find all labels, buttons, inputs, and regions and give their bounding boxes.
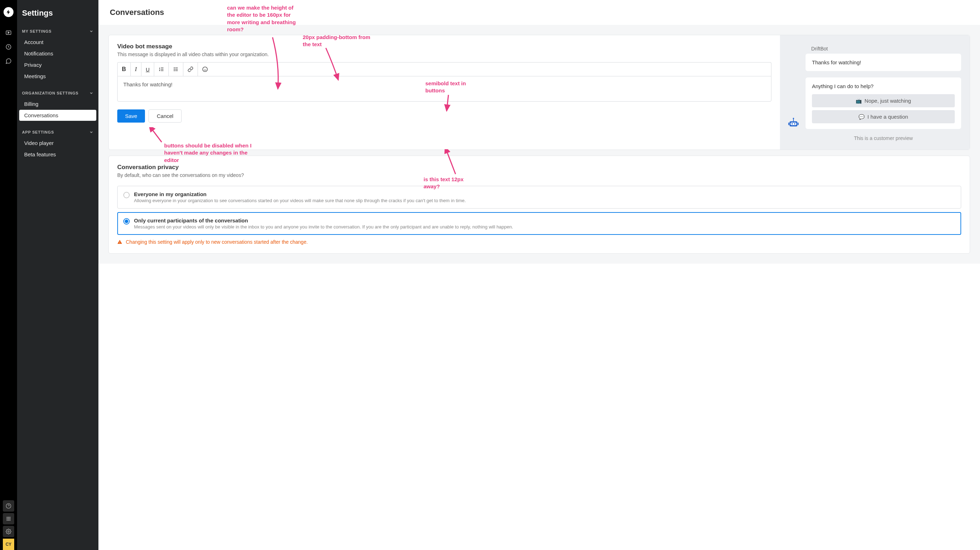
svg-rect-32 (789, 122, 789, 125)
radio-icon (123, 192, 130, 198)
svg-point-31 (793, 118, 794, 119)
save-button[interactable]: Save (117, 110, 145, 122)
ordered-list-button[interactable] (154, 62, 169, 76)
grid-icon[interactable] (3, 513, 14, 525)
tv-emoji-icon: 📺 (856, 98, 862, 104)
preview-message-2: Anything I can do to help? 📺 Nope, just … (805, 78, 961, 129)
privacy-option-desc: Messages sent on your videos will only b… (134, 224, 513, 229)
sidebar-item-privacy[interactable]: Privacy (19, 59, 96, 70)
svg-point-23 (202, 67, 207, 72)
svg-point-29 (794, 123, 795, 125)
unordered-list-button[interactable] (169, 62, 183, 76)
privacy-option-participants[interactable]: Only current participants of the convers… (117, 212, 961, 235)
svg-rect-7 (7, 518, 8, 520)
sidebar-heading-app-settings[interactable]: APP SETTINGS (17, 127, 99, 137)
svg-point-13 (8, 531, 9, 532)
svg-rect-33 (798, 122, 799, 125)
chevron-down-icon (89, 130, 94, 134)
underline-button[interactable]: U (142, 62, 154, 76)
preview-button-nope[interactable]: 📺 Nope, just watching (812, 94, 955, 107)
sidebar-item-account[interactable]: Account (19, 37, 96, 48)
preview-bot-name: DriftBot (811, 46, 961, 51)
icon-rail: CY (0, 0, 17, 550)
sidebar-item-beta-features[interactable]: Beta features (19, 149, 96, 160)
sidebar-item-billing[interactable]: Billing (19, 99, 96, 110)
gear-icon[interactable] (3, 526, 14, 537)
radio-icon (123, 218, 130, 224)
emoji-button[interactable] (198, 62, 212, 76)
videobot-title: Video bot message (117, 43, 772, 50)
page-title: Conversations (110, 8, 969, 17)
svg-rect-4 (7, 517, 8, 518)
sidebar-item-notifications[interactable]: Notifications (19, 48, 96, 59)
sidebar-item-meetings[interactable]: Meetings (19, 71, 96, 82)
editor-toolbar: B I U (117, 62, 772, 76)
privacy-option-everyone[interactable]: Everyone in my organization Allowing eve… (117, 186, 961, 208)
app-logo[interactable] (3, 7, 13, 17)
chevron-down-icon (89, 91, 94, 95)
sidebar-heading-my-settings[interactable]: MY SETTINGS (17, 26, 99, 36)
privacy-title: Conversation privacy (117, 164, 961, 171)
user-avatar[interactable]: CY (3, 539, 14, 550)
video-icon[interactable] (0, 25, 17, 40)
svg-rect-5 (8, 517, 9, 518)
sidebar-title: Settings (17, 8, 99, 26)
main-content: Conversations Video bot message This mes… (99, 0, 980, 550)
link-button[interactable] (183, 62, 198, 76)
privacy-subtitle: By default, who can see the conversation… (117, 172, 961, 178)
svg-point-22 (174, 70, 175, 71)
bot-avatar-icon (786, 116, 800, 130)
sidebar-heading-org-settings[interactable]: ORGANIZATION SETTINGS (17, 88, 99, 98)
svg-rect-10 (7, 520, 8, 521)
svg-point-21 (174, 69, 175, 69)
speech-emoji-icon: 💬 (859, 114, 864, 120)
svg-rect-8 (8, 518, 9, 520)
warning-icon (117, 240, 122, 245)
bold-button[interactable]: B (118, 62, 131, 76)
chat-icon[interactable] (0, 54, 17, 68)
privacy-option-desc: Allowing everyone in your organization t… (134, 198, 466, 203)
svg-rect-12 (10, 520, 11, 521)
svg-rect-9 (10, 518, 11, 520)
privacy-warning: Changing this setting will apply only to… (117, 239, 961, 245)
videobot-subtitle: This message is displayed in all video c… (117, 51, 772, 57)
sidebar-item-conversations[interactable]: Conversations (19, 110, 96, 121)
editor-textarea[interactable]: Thanks for watching! (117, 76, 772, 102)
preview-button-question[interactable]: 💬 I have a question (812, 110, 955, 123)
svg-rect-6 (10, 517, 11, 518)
cancel-button[interactable]: Cancel (148, 110, 181, 122)
privacy-option-label: Everyone in my organization (134, 191, 466, 197)
sidebar-item-video-player[interactable]: Video player (19, 138, 96, 148)
svg-point-20 (174, 67, 175, 68)
svg-point-28 (792, 123, 793, 125)
help-icon[interactable] (3, 500, 14, 512)
italic-button[interactable]: I (131, 62, 142, 76)
privacy-option-label: Only current participants of the convers… (134, 218, 513, 224)
history-icon[interactable] (0, 40, 17, 54)
svg-rect-11 (8, 520, 9, 521)
chevron-down-icon (89, 29, 94, 33)
preview-question: Anything I can do to help? (812, 83, 955, 89)
svg-rect-27 (791, 122, 796, 125)
preview-caption: This is a customer preview (805, 135, 961, 141)
preview-message-1: Thanks for watching! (805, 54, 961, 71)
sidebar: Settings MY SETTINGS Account Notificatio… (17, 0, 99, 550)
